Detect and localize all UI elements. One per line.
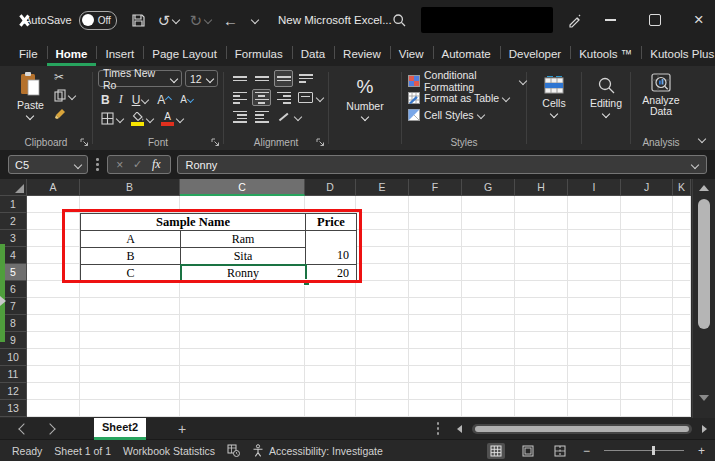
align-top-icon[interactable] bbox=[230, 70, 249, 87]
maximize-button[interactable] bbox=[640, 5, 670, 35]
clipboard-dialog-launcher[interactable] bbox=[80, 138, 89, 147]
horizontal-scroll-thumb[interactable] bbox=[475, 426, 689, 432]
zoom-slider-thumb[interactable] bbox=[652, 446, 655, 455]
zoom-in-button[interactable]: + bbox=[698, 444, 705, 458]
font-name-combo[interactable]: Times New Ro bbox=[98, 70, 182, 87]
font-dialog-launcher[interactable] bbox=[211, 138, 220, 147]
row-header-12[interactable]: 12 bbox=[0, 383, 27, 400]
tab-automate[interactable]: Automate bbox=[433, 40, 500, 66]
vertical-scrollbar[interactable] bbox=[692, 179, 715, 418]
tab-data[interactable]: Data bbox=[292, 40, 334, 66]
column-header-d[interactable]: D bbox=[305, 179, 356, 196]
name-box[interactable]: C5 bbox=[8, 155, 88, 174]
italic-button[interactable]: I bbox=[119, 92, 123, 107]
add-sheet-button[interactable]: + bbox=[178, 421, 186, 437]
minimize-button[interactable] bbox=[596, 5, 626, 35]
align-left-icon[interactable] bbox=[230, 89, 249, 106]
cells-button[interactable]: Cells bbox=[527, 76, 581, 117]
formula-input[interactable]: Ronny bbox=[177, 155, 708, 174]
next-sheet-icon[interactable] bbox=[44, 423, 55, 434]
editing-button[interactable]: Editing bbox=[582, 76, 630, 117]
analyze-data-button[interactable]: Analyze Data bbox=[631, 72, 691, 117]
collapse-ribbon-chevron-icon[interactable] bbox=[698, 135, 706, 143]
autosave-toggle[interactable]: Off bbox=[79, 11, 117, 30]
cut-icon[interactable]: ✂ bbox=[54, 70, 64, 84]
tab-file[interactable]: File bbox=[10, 40, 47, 66]
row-header-13[interactable]: 13 bbox=[0, 400, 27, 417]
row-header-10[interactable]: 10 bbox=[0, 349, 27, 366]
wrap-text-icon[interactable] bbox=[296, 70, 315, 87]
tab-insert[interactable]: Insert bbox=[96, 40, 143, 66]
conditional-formatting-button[interactable]: Conditional Formatting bbox=[408, 72, 526, 89]
quick-access-chevron-icon[interactable] bbox=[251, 16, 259, 24]
borders-button[interactable] bbox=[101, 112, 123, 125]
tab-kutools[interactable]: Kutools ™ bbox=[570, 40, 641, 66]
scroll-right-icon[interactable] bbox=[702, 425, 707, 433]
status-sheet-count[interactable]: Sheet 1 of 1 bbox=[54, 445, 111, 457]
copy-button[interactable] bbox=[54, 89, 75, 102]
previous-sheet-icon[interactable] bbox=[18, 423, 29, 434]
column-header-h[interactable]: H bbox=[515, 179, 568, 196]
tab-formulas[interactable]: Formulas bbox=[226, 40, 292, 66]
accessibility-button[interactable]: Accessibility: Investigate bbox=[252, 444, 383, 457]
column-header-k[interactable]: K bbox=[673, 179, 691, 196]
view-normal-button[interactable] bbox=[487, 443, 505, 459]
font-size-combo[interactable]: 12 bbox=[185, 70, 218, 87]
tab-page-layout[interactable]: Page Layout bbox=[143, 40, 226, 66]
enter-icon[interactable]: ✓ bbox=[133, 158, 142, 171]
vertical-scroll-thumb[interactable] bbox=[698, 199, 710, 329]
column-header-c[interactable]: C bbox=[180, 179, 305, 196]
column-header-g[interactable]: G bbox=[462, 179, 515, 196]
align-center-icon[interactable] bbox=[252, 89, 271, 106]
view-page-break-button[interactable] bbox=[551, 443, 569, 459]
increase-font-button[interactable]: A bbox=[157, 93, 171, 107]
column-header-i[interactable]: I bbox=[568, 179, 621, 196]
font-color-button[interactable]: A bbox=[161, 112, 183, 126]
back-arrow-icon[interactable]: ← bbox=[223, 13, 238, 28]
underline-button[interactable]: U bbox=[132, 93, 149, 107]
format-painter-icon[interactable] bbox=[54, 107, 67, 120]
horizontal-scrollbar[interactable] bbox=[472, 424, 692, 434]
orientation-icon[interactable] bbox=[274, 108, 293, 125]
column-header-f[interactable]: F bbox=[409, 179, 462, 196]
tabbar-options-icon[interactable] bbox=[437, 427, 440, 430]
workbook-statistics-button[interactable]: Workbook Statistics bbox=[123, 445, 215, 457]
increase-indent-icon[interactable] bbox=[252, 108, 271, 125]
align-middle-icon[interactable] bbox=[252, 70, 271, 87]
zoom-out-button[interactable]: − bbox=[583, 444, 590, 458]
macro-record-button[interactable] bbox=[227, 444, 240, 457]
merge-center-icon[interactable] bbox=[296, 89, 315, 106]
view-page-layout-button[interactable] bbox=[519, 443, 537, 459]
row-header-11[interactable]: 11 bbox=[0, 366, 27, 383]
undo-button[interactable]: ↺ bbox=[158, 13, 180, 28]
pen-mode-icon[interactable] bbox=[567, 13, 582, 28]
close-button[interactable]: × bbox=[684, 5, 714, 35]
column-header-a[interactable]: A bbox=[27, 179, 80, 196]
row-header-1[interactable]: 1 bbox=[0, 196, 27, 213]
save-icon[interactable] bbox=[131, 13, 146, 28]
cancel-icon[interactable]: × bbox=[116, 158, 123, 172]
tab-review[interactable]: Review bbox=[334, 40, 390, 66]
select-all-corner[interactable] bbox=[0, 179, 27, 196]
search-icon[interactable] bbox=[392, 13, 407, 28]
sheet-area[interactable]: Sample NamePriceARamBSita10CRonny20 bbox=[27, 196, 691, 417]
column-header-b[interactable]: B bbox=[80, 179, 180, 196]
row-header-2[interactable]: 2 bbox=[0, 213, 27, 230]
paste-button[interactable]: Paste bbox=[17, 71, 44, 119]
sheet-tab-active[interactable]: Sheet2 bbox=[94, 418, 146, 440]
fill-color-button[interactable] bbox=[131, 112, 153, 126]
tab-kutools-plus[interactable]: Kutools Plus bbox=[641, 40, 715, 66]
insert-function-icon[interactable]: fx bbox=[152, 157, 161, 172]
cell-styles-button[interactable]: Cell Styles bbox=[408, 106, 526, 123]
alignment-dialog-launcher[interactable] bbox=[316, 138, 325, 147]
tab-home[interactable]: Home bbox=[47, 40, 97, 66]
column-header-e[interactable]: E bbox=[356, 179, 409, 196]
scroll-up-icon[interactable] bbox=[699, 185, 709, 191]
decrease-indent-icon[interactable] bbox=[230, 108, 249, 125]
scroll-down-icon[interactable] bbox=[699, 395, 709, 401]
align-right-icon[interactable] bbox=[274, 89, 293, 106]
tab-developer[interactable]: Developer bbox=[500, 40, 570, 66]
decrease-font-button[interactable]: A bbox=[180, 94, 193, 105]
tab-view[interactable]: View bbox=[390, 40, 433, 66]
number-format-button[interactable]: % Number bbox=[329, 76, 401, 120]
